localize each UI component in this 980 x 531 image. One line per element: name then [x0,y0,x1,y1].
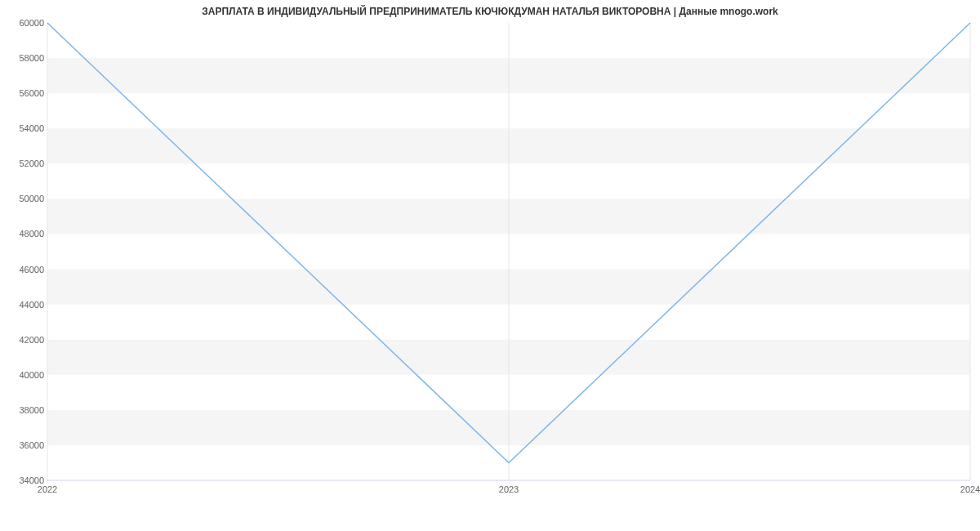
x-tick-label: 2023 [499,484,519,494]
x-tick-label: 2022 [38,484,57,494]
y-tick-label: 44000 [19,300,44,310]
y-tick-label: 48000 [19,229,44,239]
y-tick-label: 50000 [19,194,44,203]
y-tick-label: 36000 [19,440,44,450]
y-tick-label: 58000 [19,53,44,63]
y-tick-label: 46000 [19,265,44,274]
chart-title: ЗАРПЛАТА В ИНДИВИДУАЛЬНЫЙ ПРЕДПРИНИМАТЕЛ… [0,6,980,17]
y-tick-label: 38000 [19,405,44,415]
plot-area [47,23,970,480]
y-tick-label: 60000 [19,18,44,28]
x-tick-label: 2024 [960,484,980,494]
y-tick-label: 52000 [19,158,44,168]
y-tick-label: 56000 [19,88,44,98]
y-tick-label: 54000 [19,123,44,133]
chart-container: ЗАРПЛАТА В ИНДИВИДУАЛЬНЫЙ ПРЕДПРИНИМАТЕЛ… [0,0,980,531]
chart-svg [47,23,970,480]
y-tick-label: 42000 [19,335,44,345]
y-tick-label: 40000 [19,370,44,380]
